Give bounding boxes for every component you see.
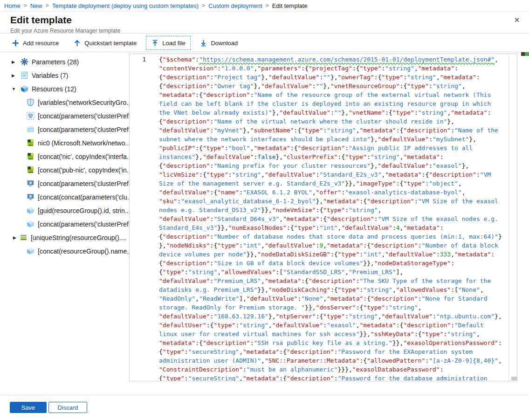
editor-scrollbar[interactable] xyxy=(508,54,509,381)
tree-item-resource[interactable]: [guid(resourceGroup().id, strin... xyxy=(0,204,129,217)
load-file-button[interactable]: Load file xyxy=(146,36,191,50)
tree-item-resource[interactable]: [concat(concat(parameters('clu... xyxy=(0,190,129,204)
breadcrumb-new[interactable]: New xyxy=(30,2,42,9)
template-tree: Parameters (28) Variables (7) Resources … xyxy=(0,52,129,395)
add-resource-label: Add resource xyxy=(23,40,59,47)
load-file-label: Load file xyxy=(162,40,185,47)
vm-icon xyxy=(27,179,34,187)
tree-item-resource[interactable]: [concat(parameters('clusterPref... xyxy=(0,217,129,231)
tree-item-resource[interactable]: [variables('networkSecurityGro... xyxy=(0,96,129,109)
breadcrumb-separator: > xyxy=(46,2,49,9)
variables-icon xyxy=(21,71,28,79)
tree-group-variables[interactable]: Variables (7) xyxy=(0,69,129,82)
nic-icon xyxy=(27,152,34,160)
download-icon xyxy=(200,40,207,47)
arrow-up-icon xyxy=(74,40,81,47)
breadcrumb-edit-template: Edit template xyxy=(272,2,308,9)
ruler-dark-segment xyxy=(521,52,525,56)
footer-bar: Save Discard xyxy=(0,395,529,420)
window-icon xyxy=(27,125,34,133)
quickstart-template-label: Quickstart template xyxy=(84,40,137,47)
cube-icon xyxy=(27,207,34,214)
tree-item-resource[interactable]: nic0 (Microsoft.Network/netwo... xyxy=(0,136,129,150)
availability-set-icon xyxy=(27,112,34,120)
scrollbar-thumb[interactable] xyxy=(511,377,517,380)
main-content: Parameters (28) Variables (7) Resources … xyxy=(0,52,529,395)
breadcrumb-home[interactable]: Home xyxy=(4,2,21,9)
tree-item-resource[interactable]: [concat(parameters('clusterPref... xyxy=(0,177,129,190)
chevron-right-icon[interactable] xyxy=(12,73,21,78)
page-title: Edit template xyxy=(10,14,72,26)
add-resource-button[interactable]: Add resource xyxy=(7,36,64,50)
page-header: Edit template Edit your Azure Resource M… xyxy=(0,12,529,34)
line-number-gutter: 1 xyxy=(130,54,159,381)
tree-item-resource[interactable]: [concat(parameters('clusterPref... xyxy=(0,123,129,136)
tree-group-parameters[interactable]: Parameters (28) xyxy=(0,55,129,69)
save-button[interactable]: Save xyxy=(10,402,47,413)
nic-icon xyxy=(27,166,34,174)
chevron-down-icon[interactable] xyxy=(12,87,21,91)
overview-ruler-marker xyxy=(521,52,529,56)
breadcrumb-separator: > xyxy=(266,2,269,9)
line-number: 1 xyxy=(143,56,146,63)
download-button[interactable]: Download xyxy=(194,36,243,50)
tree-item-resource[interactable]: [concat(parameters('clusterPref... xyxy=(0,109,129,123)
cube-icon xyxy=(27,220,34,228)
breadcrumb-custom-deployment[interactable]: Custom deployment xyxy=(208,2,262,9)
ruler-green-segment xyxy=(525,52,529,56)
code-content[interactable]: {"$schema":"https://schema.management.az… xyxy=(159,54,507,381)
resources-icon xyxy=(21,85,28,93)
discard-button[interactable]: Discard xyxy=(48,402,87,413)
cube-icon xyxy=(27,247,34,255)
tree-item-resource[interactable]: [concat('nic', copyIndex('interfa... xyxy=(0,150,129,163)
page-subtitle: Edit your Azure Resource Manager templat… xyxy=(10,28,120,34)
nic-icon xyxy=(27,139,34,147)
tree-item-resource[interactable]: [concat(resourceGroup().name,... xyxy=(0,244,129,258)
breadcrumb: Home > New > Template deployment (deploy… xyxy=(0,0,529,12)
toolbar: Add resource Quickstart template Load fi… xyxy=(0,34,529,52)
tree-item-resource[interactable]: [uniqueString(resourceGroup().... xyxy=(0,231,129,244)
stack-icon xyxy=(20,234,27,241)
breadcrumb-separator: > xyxy=(202,2,205,9)
tree-group-resources[interactable]: Resources (12) xyxy=(0,82,129,96)
parameters-icon xyxy=(21,58,28,66)
breadcrumb-template-deployment[interactable]: Template deployment (deploy using custom… xyxy=(52,2,199,9)
shield-icon xyxy=(27,98,34,106)
tree-item-resource[interactable]: [concat('pub-nic', copyIndex('in... xyxy=(0,163,129,177)
chevron-right-icon[interactable] xyxy=(13,235,20,240)
upload-icon xyxy=(151,40,158,47)
plus-icon xyxy=(12,40,19,47)
quickstart-template-button[interactable]: Quickstart template xyxy=(68,36,142,50)
close-icon[interactable]: ✕ xyxy=(511,14,522,26)
download-label: Download xyxy=(211,40,238,47)
vm-icon xyxy=(27,193,34,201)
breadcrumb-separator: > xyxy=(24,2,27,9)
chevron-right-icon[interactable] xyxy=(12,60,21,64)
code-editor[interactable]: 1 {"$schema":"https://schema.management.… xyxy=(129,54,517,381)
